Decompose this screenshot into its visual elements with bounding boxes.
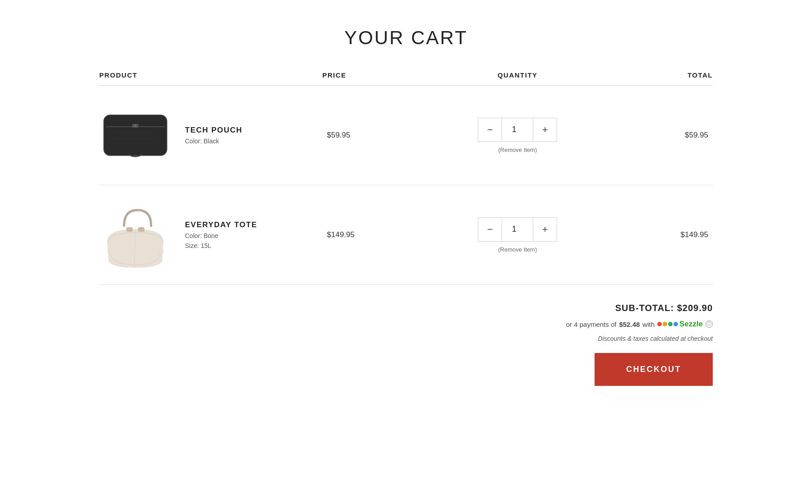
svg-rect-10: [138, 227, 144, 232]
product-info-everyday-tote: EVERYDAY TOTE Color: Bone Size: 15L: [185, 220, 257, 249]
quantity-controls-everyday-tote: − +: [478, 217, 557, 242]
header-quantity: QUANTITY: [434, 71, 601, 79]
quantity-cell-everyday-tote: − + (Remove Item): [434, 217, 601, 253]
cart-row-tech-pouch: TECH POUCH Color: Black $59.95 − + (Remo…: [99, 86, 713, 185]
quantity-decrease-everyday-tote[interactable]: −: [478, 218, 502, 241]
product-image-everyday-tote: [99, 199, 171, 271]
svg-rect-0: [104, 115, 167, 156]
quantity-controls-tech-pouch: − +: [478, 118, 557, 142]
subtotal-label: SUB-TOTAL:: [615, 303, 674, 313]
sezzle-circle-green: [668, 322, 673, 326]
product-name-tech-pouch: TECH POUCH: [185, 126, 242, 135]
remove-item-tech-pouch[interactable]: (Remove Item): [498, 147, 537, 153]
page-container: YOUR CART PRODUCT PRICE QUANTITY TOTAL: [90, 0, 722, 422]
discount-note: Discounts & taxes calculated at checkout: [598, 335, 713, 342]
subtotal-value: $209.90: [677, 303, 713, 313]
page-title: YOUR CART: [99, 27, 713, 49]
cart-table: PRODUCT PRICE QUANTITY TOTAL: [99, 71, 713, 285]
sezzle-line: or 4 payments of $52.48 with Sezzle ⓘ: [566, 320, 713, 329]
sezzle-logo: Sezzle: [657, 320, 703, 329]
total-cell-everyday-tote: $149.95: [601, 230, 713, 239]
product-info-tech-pouch: TECH POUCH Color: Black: [185, 126, 242, 145]
product-detail-everyday-tote-color: Color: Bone: [185, 232, 257, 239]
sezzle-info-icon[interactable]: ⓘ: [706, 321, 713, 328]
svg-rect-9: [126, 227, 133, 232]
price-cell-tech-pouch: $59.95: [323, 131, 434, 140]
sezzle-circle-blue: [674, 322, 678, 326]
cart-footer: SUB-TOTAL: $209.90 or 4 payments of $52.…: [99, 303, 713, 386]
quantity-increase-tech-pouch[interactable]: +: [533, 118, 557, 142]
cart-header: PRODUCT PRICE QUANTITY TOTAL: [99, 71, 713, 86]
sezzle-prefix: or 4 payments of: [566, 321, 617, 328]
product-detail-tech-pouch-color: Color: Black: [185, 137, 242, 145]
product-detail-everyday-tote-size: Size: 15L: [185, 242, 257, 249]
quantity-input-everyday-tote[interactable]: [502, 218, 533, 241]
sezzle-circle-orange: [663, 322, 667, 326]
sezzle-circle-red: [657, 322, 662, 326]
sezzle-brand-name: Sezzle: [679, 320, 703, 329]
quantity-input-tech-pouch[interactable]: [502, 118, 533, 142]
price-cell-everyday-tote: $149.95: [323, 230, 434, 239]
quantity-decrease-tech-pouch[interactable]: −: [478, 118, 502, 142]
cart-row-everyday-tote: EVERYDAY TOTE Color: Bone Size: 15L $149…: [99, 185, 713, 285]
quantity-cell-tech-pouch: − + (Remove Item): [434, 118, 601, 153]
product-image-tech-pouch: [99, 99, 171, 171]
product-cell-everyday-tote: EVERYDAY TOTE Color: Bone Size: 15L: [99, 199, 323, 271]
everyday-tote-svg: [104, 201, 167, 269]
svg-point-4: [134, 125, 136, 127]
sezzle-amount: $52.48: [619, 321, 640, 328]
product-name-everyday-tote: EVERYDAY TOTE: [185, 220, 257, 229]
header-price: PRICE: [323, 71, 434, 79]
header-product: PRODUCT: [99, 71, 323, 79]
header-total: TOTAL: [601, 71, 713, 79]
checkout-button[interactable]: CHECKOUT: [595, 353, 713, 386]
sezzle-suffix: with: [642, 321, 655, 328]
sezzle-circles: [657, 322, 678, 326]
remove-item-everyday-tote[interactable]: (Remove Item): [498, 246, 537, 253]
total-cell-tech-pouch: $59.95: [601, 131, 713, 140]
subtotal-line: SUB-TOTAL: $209.90: [615, 303, 713, 313]
quantity-increase-everyday-tote[interactable]: +: [533, 218, 557, 241]
product-cell-tech-pouch: TECH POUCH Color: Black: [99, 99, 323, 171]
tech-pouch-svg: [102, 108, 169, 162]
